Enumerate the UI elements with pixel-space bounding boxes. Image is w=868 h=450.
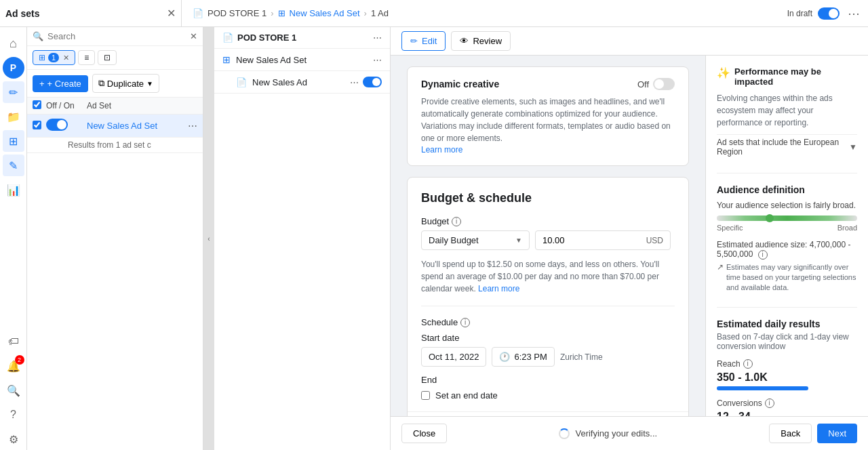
end-date-checkbox[interactable] bbox=[421, 391, 430, 400]
budget-learn-more[interactable]: Learn more bbox=[478, 284, 519, 293]
eye-icon: 👁 bbox=[460, 36, 469, 46]
conversions-info-icon[interactable]: i bbox=[765, 398, 774, 408]
sub-nav-ad-name: New Sales Ad bbox=[252, 77, 307, 87]
dynamic-toggle[interactable] bbox=[653, 78, 675, 90]
select-all-checkbox[interactable] bbox=[33, 100, 41, 109]
performance-desc: Evolving changes within the ads ecosyste… bbox=[717, 92, 857, 129]
dynamic-desc: Provide creative elements, such as image… bbox=[421, 96, 675, 144]
grid-view-icon[interactable]: ⊞ bbox=[3, 130, 24, 152]
person-icon[interactable]: P bbox=[3, 57, 24, 79]
budget-type-arrow: ▼ bbox=[515, 237, 522, 244]
sub-nav-adset-name: New Sales Ad Set bbox=[236, 55, 307, 65]
audience-definition-section: Audience definition Your audience select… bbox=[717, 184, 857, 293]
budget-amount-field[interactable]: USD bbox=[535, 230, 671, 250]
breadcrumb-sep1: › bbox=[271, 8, 273, 18]
chart-icon[interactable]: 📊 bbox=[3, 179, 24, 201]
estimated-daily-section: Estimated daily results Based on 7-day c… bbox=[717, 319, 857, 416]
spectrum-broad: Broad bbox=[837, 224, 857, 232]
est-icon: ↗ bbox=[717, 262, 724, 272]
collapse-icon: ▼ bbox=[849, 142, 857, 152]
edit-button[interactable]: ✏ Edit bbox=[401, 31, 446, 51]
tag-icon[interactable]: 🏷 bbox=[3, 331, 24, 352]
create-icon[interactable]: ✏ bbox=[3, 81, 24, 103]
adsets-close-icon[interactable]: ✕ bbox=[167, 7, 176, 20]
sub-nav-ad-item[interactable]: 📄 New Sales Ad ⋯ bbox=[214, 71, 390, 94]
x-icon[interactable]: ✕ bbox=[63, 54, 69, 62]
alert-icon[interactable]: 🔔2 bbox=[3, 355, 24, 377]
pencil-icon[interactable]: ✎ bbox=[3, 155, 24, 176]
duplicate-button[interactable]: ⧉ Duplicate ▼ bbox=[92, 74, 159, 93]
est-daily-title: Estimated daily results bbox=[717, 319, 857, 329]
clock-icon: 🕐 bbox=[499, 352, 510, 362]
adsets-panel-title: Ad sets bbox=[5, 8, 40, 19]
budget-note: You'll spend up to $12.50 on some days, … bbox=[421, 258, 675, 295]
adset-row-name[interactable]: New Sales Ad Set bbox=[87, 121, 188, 131]
reach-value: 350 - 1.0K bbox=[717, 371, 857, 384]
ad-doc-icon: 📄 bbox=[236, 77, 247, 87]
dynamic-learn-more[interactable]: Learn more bbox=[421, 145, 462, 155]
bottom-bar: Close Verifying your edits... Back Next bbox=[391, 416, 868, 450]
draft-toggle[interactable] bbox=[818, 7, 840, 20]
budget-amount-input[interactable] bbox=[542, 235, 583, 245]
est-size-info-icon[interactable]: i bbox=[758, 250, 768, 260]
reach-info-icon[interactable]: i bbox=[743, 359, 753, 369]
breadcrumb-adset[interactable]: New Sales Ad Set bbox=[290, 8, 360, 18]
eu-region-row[interactable]: Ad sets that include the European Region… bbox=[717, 134, 857, 159]
end-date-label: Set an end date bbox=[435, 390, 498, 401]
search-input[interactable] bbox=[47, 31, 186, 41]
ad-toggle[interactable] bbox=[363, 77, 382, 87]
sub-nav-adset-item[interactable]: ⊞ New Sales Ad Set ⋯ bbox=[214, 49, 390, 71]
breadcrumb-store[interactable]: POD STORE 1 bbox=[208, 8, 267, 18]
panel-collapse-arrow[interactable]: ‹ bbox=[203, 27, 214, 450]
breadcrumb-sep2: › bbox=[364, 8, 367, 18]
store-doc-icon: 📄 bbox=[222, 33, 233, 43]
col-header-adset: Ad Set bbox=[87, 101, 197, 110]
budget-type-select[interactable]: Daily Budget ▼ bbox=[421, 230, 530, 250]
ad-more-icon[interactable]: ⋯ bbox=[350, 77, 359, 87]
spinner-icon bbox=[559, 428, 570, 439]
review-button[interactable]: 👁 Review bbox=[451, 31, 511, 51]
budget-info-icon[interactable]: i bbox=[452, 217, 461, 226]
col-header-onoff: Off / On bbox=[46, 101, 87, 110]
conversions-value: 12 - 34 bbox=[717, 411, 857, 416]
next-button[interactable]: Next bbox=[817, 424, 857, 443]
breadcrumb-ad[interactable]: 1 Ad bbox=[371, 8, 389, 18]
top-bar-more-icon[interactable]: ⋯ bbox=[845, 6, 863, 21]
home-icon[interactable]: ⌂ bbox=[3, 33, 24, 54]
search-icon[interactable]: 🔍 bbox=[3, 380, 24, 401]
sparkle-icon: ✨ bbox=[717, 66, 730, 79]
schedule-info-icon[interactable]: i bbox=[460, 318, 470, 327]
schedule-label: Schedule bbox=[421, 317, 458, 327]
search-icon-panel: 🔍 bbox=[33, 31, 43, 41]
list-view-btn[interactable]: ≡ bbox=[78, 50, 95, 65]
dynamic-creative-section: Dynamic creative Off Provide creative el… bbox=[407, 66, 689, 166]
expand-view-btn[interactable]: ⊡ bbox=[98, 50, 117, 65]
table-row[interactable]: New Sales Ad Set ⋯ bbox=[27, 115, 203, 138]
folder-icon[interactable]: 📁 bbox=[3, 106, 24, 127]
dynamic-status-label: Off bbox=[637, 79, 649, 89]
duplicate-arrow-icon: ▼ bbox=[146, 80, 153, 87]
store-more-icon[interactable]: ⋯ bbox=[373, 33, 382, 43]
help-icon[interactable]: ? bbox=[3, 404, 24, 426]
back-button[interactable]: Back bbox=[769, 424, 812, 443]
reach-label: Reach bbox=[717, 359, 741, 369]
start-time-input[interactable]: 🕐 6:23 PM bbox=[492, 347, 554, 367]
clear-search-icon[interactable]: ✕ bbox=[190, 31, 197, 41]
view-count-badge: 1 bbox=[48, 53, 59, 62]
settings-icon[interactable]: ⚙ bbox=[3, 428, 24, 450]
reach-bar bbox=[717, 386, 808, 390]
conversions-label: Conversions bbox=[717, 398, 762, 408]
row-checkbox[interactable] bbox=[33, 121, 41, 129]
row-more-icon[interactable]: ⋯ bbox=[188, 121, 197, 131]
close-button[interactable]: Close bbox=[401, 424, 447, 443]
create-button[interactable]: + + Create bbox=[33, 75, 88, 92]
adset-more-icon[interactable]: ⋯ bbox=[373, 55, 382, 65]
grid-view-btn[interactable]: ⊞ 1 ✕ bbox=[33, 50, 75, 65]
est-daily-desc: Based on 7-day click and 1-day view conv… bbox=[717, 332, 857, 351]
audience-broad-text: Your audience selection is fairly broad. bbox=[717, 201, 857, 210]
start-date-input[interactable]: Oct 11, 2022 bbox=[421, 347, 486, 367]
budget-schedule-section: Budget & schedule Budget i Daily Budget … bbox=[407, 177, 689, 416]
row-toggle[interactable] bbox=[46, 119, 68, 131]
form-area: Dynamic creative Off Provide creative el… bbox=[391, 56, 705, 416]
status-badge: In draft bbox=[787, 9, 812, 18]
